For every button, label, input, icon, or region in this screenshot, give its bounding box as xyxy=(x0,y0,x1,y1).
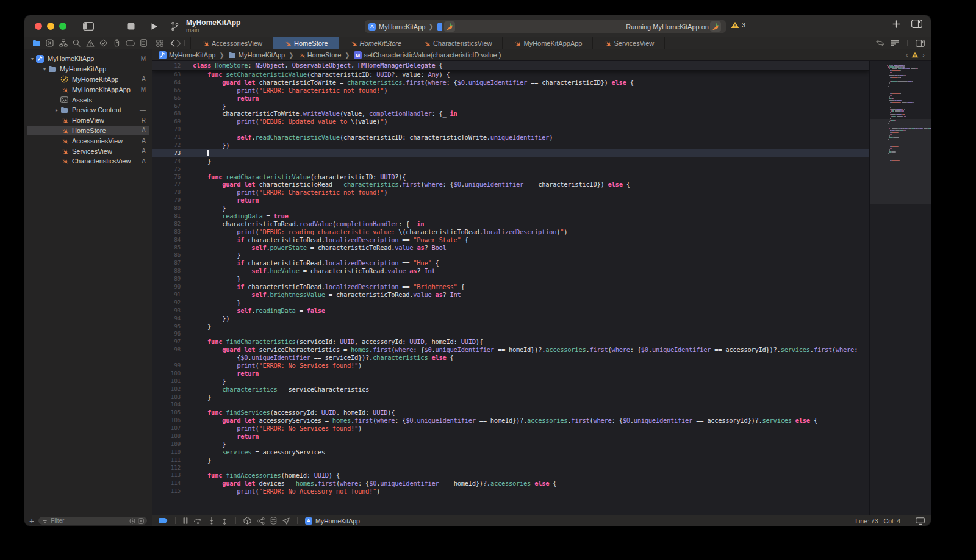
code-line-wrap[interactable]: {$0.uniqueIdentifier == serviceId})?.cha… xyxy=(152,354,869,362)
code-line-101[interactable]: 101 } xyxy=(152,378,869,386)
debug-navigator-icon[interactable] xyxy=(111,38,123,48)
file-tree-item-myhomekitapp[interactable]: ▾MyHomeKitAppM xyxy=(24,54,152,64)
code-line-81[interactable]: 81 readingData = true xyxy=(152,212,869,220)
issue-navigator-icon[interactable] xyxy=(84,38,96,48)
breakpoints-toggle-icon[interactable] xyxy=(159,517,168,524)
code-line-88[interactable]: 88 self.hueValue = characteristicToRead.… xyxy=(152,267,869,275)
memory-graph-icon[interactable] xyxy=(257,517,265,525)
source-editor[interactable]: 12class HomeStore: NSObject, ObservableO… xyxy=(152,61,869,515)
environment-overrides-icon[interactable] xyxy=(270,517,277,525)
file-tree-item-servicesview[interactable]: ServicesViewA xyxy=(24,146,152,156)
report-navigator-icon[interactable] xyxy=(138,38,149,48)
code-line-102[interactable]: 102 characteristics = serviceCharacteris… xyxy=(152,386,869,393)
code-line-63[interactable]: 63 func setCharacteristicValue(character… xyxy=(152,71,869,79)
source-control-filter-icon[interactable] xyxy=(138,518,144,524)
file-tree-item-accessoriesview[interactable]: AccessoriesViewA xyxy=(24,135,152,146)
display-icon[interactable] xyxy=(916,517,925,525)
breadcrumb-item[interactable]: MsetCharacteristicValue(characteristicID… xyxy=(354,51,501,59)
scheme-status-pill[interactable]: A MyHomeKitApp ❯ Running MyHomeKitApp on xyxy=(365,20,726,33)
test-navigator-icon[interactable] xyxy=(98,38,109,48)
code-line-92[interactable]: 92 } xyxy=(152,299,869,307)
filter-input[interactable]: Filter xyxy=(51,517,127,524)
code-line-77[interactable]: 77 guard let characteristicToRead = char… xyxy=(152,181,869,188)
file-tree-item-myhomekitapp[interactable]: MyHomeKitAppA xyxy=(24,74,152,85)
code-line-90[interactable]: 90 if characteristicToRead.localizedDesc… xyxy=(152,283,869,291)
code-line-108[interactable]: 108 return xyxy=(152,433,869,440)
destination-device-chip[interactable] xyxy=(444,21,455,32)
code-line-111[interactable]: 111 } xyxy=(152,456,869,464)
code-line-74[interactable]: 74 } xyxy=(152,157,869,165)
code-line-65[interactable]: 65 print("ERROR: Characteristic not foun… xyxy=(152,87,869,95)
file-tree-item-homeview[interactable]: HomeViewR xyxy=(24,115,152,126)
code-review-icon[interactable] xyxy=(876,40,884,46)
code-line-105[interactable]: 105 func findServices(accessoryId: UUID,… xyxy=(152,409,869,417)
step-out-icon[interactable] xyxy=(221,517,228,525)
running-process-chip[interactable]: A MyHomeKitApp xyxy=(305,517,360,525)
code-line-73[interactable]: 73 xyxy=(152,149,869,157)
code-line-87[interactable]: 87 if characteristicToRead.localizedDesc… xyxy=(152,259,869,267)
code-line-75[interactable]: 75 xyxy=(152,165,869,173)
view-hierarchy-icon[interactable] xyxy=(243,517,251,525)
disclosure-open-icon[interactable]: ▾ xyxy=(29,56,35,62)
disclosure-open-icon[interactable]: ▾ xyxy=(41,66,48,72)
code-line-78[interactable]: 78 print("ERROR: Characteristic not foun… xyxy=(152,188,869,196)
pause-icon[interactable] xyxy=(183,517,188,524)
breadcrumb-item[interactable]: HomeStore xyxy=(298,51,342,59)
file-tree-item-preview content[interactable]: ▸Preview Content— xyxy=(24,105,152,115)
previous-issue-icon[interactable]: ‹ xyxy=(906,51,908,59)
code-line-67[interactable]: 67 } xyxy=(152,102,869,110)
code-line-89[interactable]: 89 } xyxy=(152,275,869,283)
disclosure-closed-icon[interactable]: ▸ xyxy=(54,107,60,113)
file-tree-item-myhomekitapp[interactable]: ▾MyHomeKitApp xyxy=(24,64,152,74)
run-button[interactable] xyxy=(146,20,162,33)
code-line-112[interactable]: 112 xyxy=(152,464,869,472)
code-line-93[interactable]: 93 self.readingData = false xyxy=(152,307,869,315)
step-into-icon[interactable] xyxy=(208,517,215,525)
tab-servicesview[interactable]: ServicesView xyxy=(593,37,665,49)
step-over-icon[interactable] xyxy=(193,517,203,525)
code-line-64[interactable]: 64 guard let characteristicToWrite = cha… xyxy=(152,79,869,87)
code-line-69[interactable]: 69 print("DEBUG: Updated value to \(valu… xyxy=(152,118,869,126)
breadcrumb-item[interactable]: MyHomeKitApp xyxy=(159,51,215,59)
code-line-94[interactable]: 94 }) xyxy=(152,315,869,323)
code-line-113[interactable]: 113 func findAccessories(homeId: UUID) { xyxy=(152,472,869,479)
stop-button[interactable] xyxy=(123,20,139,33)
code-line-99[interactable]: 99 print("ERROR: No Services found!") xyxy=(152,362,869,370)
add-editor-plus-icon[interactable] xyxy=(892,20,900,28)
code-line-83[interactable]: 83 print("DEBUG: reading characteristic … xyxy=(152,228,869,236)
tab-homestore[interactable]: HomeStore xyxy=(273,37,339,49)
recent-files-clock-icon[interactable] xyxy=(129,518,135,524)
issues-badge[interactable]: 3 xyxy=(731,21,745,29)
symbol-navigator-icon[interactable] xyxy=(57,38,69,48)
code-line-70[interactable]: 70 xyxy=(152,126,869,134)
code-line-110[interactable]: 110 services = accessoryServices xyxy=(152,448,869,456)
code-line-85[interactable]: 85 self.powerState = characteristicToRea… xyxy=(152,244,869,252)
code-lines[interactable]: 63 func setCharacteristicValue(character… xyxy=(152,71,869,495)
code-line-106[interactable]: 106 guard let accessoryServices = homes.… xyxy=(152,417,869,425)
minimap-viewport[interactable] xyxy=(870,119,931,204)
file-tree-item-characteristicsview[interactable]: CharacteristicsViewA xyxy=(24,156,152,167)
code-line-97[interactable]: 97 func findCharacteristics(serviceId: U… xyxy=(152,338,869,346)
device-icon[interactable] xyxy=(437,23,443,31)
zoom-button[interactable] xyxy=(59,23,66,30)
code-line-72[interactable]: 72 }) xyxy=(152,142,869,149)
code-line-79[interactable]: 79 return xyxy=(152,196,869,204)
code-line-115[interactable]: 115 print("ERROR: No Accessory not found… xyxy=(152,487,869,495)
code-line-98[interactable]: 98 guard let serviceCharacteristics = ho… xyxy=(152,346,869,354)
sticky-scope-header[interactable]: 12class HomeStore: NSObject, ObservableO… xyxy=(152,61,869,71)
adjust-editor-options-icon[interactable] xyxy=(891,40,899,46)
file-tree-item-assets[interactable]: Assets xyxy=(24,95,152,105)
code-line-100[interactable]: 100 return xyxy=(152,370,869,378)
breakpoint-navigator-icon[interactable] xyxy=(124,38,136,48)
source-control-navigator-icon[interactable] xyxy=(44,38,56,48)
code-line-82[interactable]: 82 characteristicToRead.readValue(comple… xyxy=(152,220,869,228)
tab-characteristicsview[interactable]: CharacteristicsView xyxy=(412,37,503,49)
project-navigator-icon[interactable] xyxy=(30,38,42,48)
code-line-86[interactable]: 86 } xyxy=(152,251,869,259)
add-editor-split-icon[interactable] xyxy=(916,40,925,47)
filter-field[interactable]: Filter xyxy=(38,517,147,525)
code-line-71[interactable]: 71 self.readCharacteristicValue(characte… xyxy=(152,134,869,142)
related-items-grid-icon[interactable] xyxy=(156,40,163,47)
tab-homekitstore[interactable]: HomeKitStore xyxy=(339,37,412,49)
minimap[interactable] xyxy=(869,61,931,515)
